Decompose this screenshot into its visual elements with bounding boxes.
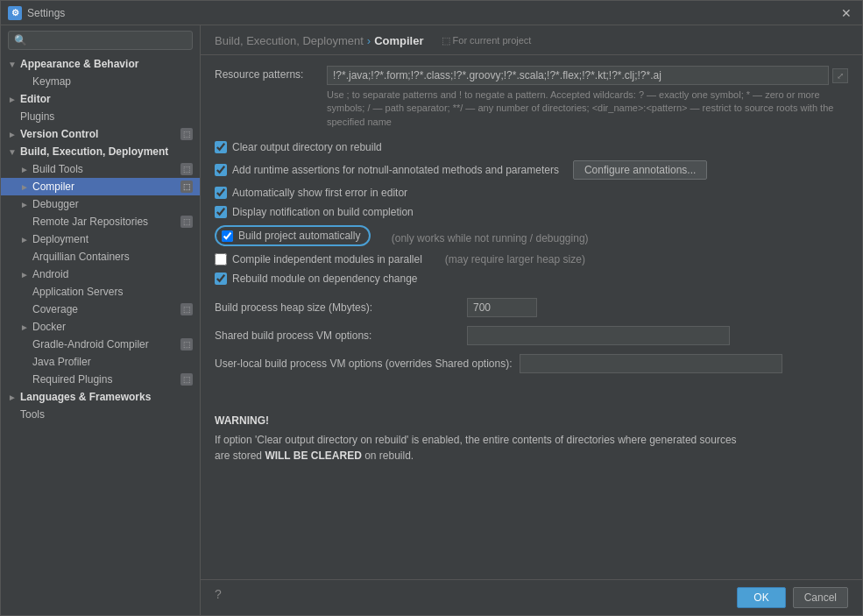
checkbox-clear-output: Clear output directory on rebuild xyxy=(215,138,848,157)
checkbox-build-auto-hint: (only works while not running / debuggin… xyxy=(392,232,589,244)
resource-input-wrap: ⤢ Use ; to separate patterns and ! to ne… xyxy=(327,66,848,129)
settings-body: Resource patterns: ⤢ Use ; to separate p… xyxy=(201,55,862,579)
breadcrumb-project-link[interactable]: ⬚ For current project xyxy=(442,35,532,46)
sidebar-item-languages[interactable]: ► Languages & Frameworks xyxy=(1,388,200,406)
sidebar-item-java-profiler[interactable]: Java Profiler xyxy=(1,353,200,371)
checkbox-compile-parallel: Compile independent modules in parallel … xyxy=(215,250,848,269)
arrow-icon: ▼ xyxy=(8,147,20,157)
checkbox-compile-parallel-hint: (may require larger heap size) xyxy=(445,253,585,266)
breadcrumb-current: Compiler xyxy=(374,34,423,47)
checkbox-compile-parallel-input[interactable] xyxy=(215,253,227,266)
sidebar-item-debugger[interactable]: ► Debugger xyxy=(1,195,200,213)
sidebar-item-label: Tools xyxy=(20,408,45,421)
sidebar-item-label: Docker xyxy=(32,321,66,333)
badge-icon: ⬚ xyxy=(180,181,193,193)
checkbox-compile-parallel-label: Compile independent modules in parallel xyxy=(232,253,422,266)
sidebar-item-label: Languages & Frameworks xyxy=(20,391,151,403)
sidebar-item-docker[interactable]: ► Docker xyxy=(1,318,200,336)
checkbox-show-error-label: Automatically show first error in editor xyxy=(232,187,407,199)
sidebar-item-label: Application Servers xyxy=(32,286,123,298)
sidebar-item-compiler[interactable]: ► Compiler ⬚ xyxy=(1,178,200,195)
sidebar-item-version-control[interactable]: ► Version Control ⬚ xyxy=(1,125,200,143)
search-input[interactable] xyxy=(31,34,187,46)
help-icon[interactable]: ? xyxy=(215,587,222,608)
field-shared-vm-input[interactable] xyxy=(467,326,730,345)
checkbox-clear-output-input[interactable] xyxy=(215,141,227,153)
sidebar-item-required-plugins[interactable]: Required Plugins ⬚ xyxy=(1,371,200,388)
checkbox-rebuild-dependency: Rebuild module on dependency change xyxy=(215,269,848,288)
sidebar-item-label: Build, Execution, Deployment xyxy=(20,145,168,158)
warning-title: WARNING! xyxy=(215,413,848,428)
sidebar-item-application-servers[interactable]: Application Servers xyxy=(1,283,200,301)
build-auto-highlighted: Build project automatically xyxy=(215,225,371,246)
checkbox-build-auto-label: Build project automatically xyxy=(238,230,360,242)
warning-text: If option 'Clear output directory on reb… xyxy=(215,432,848,464)
checkbox-runtime-assertions-label: Add runtime assertions for notnull-annot… xyxy=(232,164,559,176)
resource-patterns-help: Use ; to separate patterns and ! to nega… xyxy=(327,89,848,129)
sidebar-item-android[interactable]: ► Android xyxy=(1,266,200,283)
field-user-local-vm-input[interactable] xyxy=(520,354,782,373)
badge-icon: ⬚ xyxy=(180,338,193,350)
cancel-button[interactable]: Cancel xyxy=(793,587,848,608)
sidebar-item-keymap[interactable]: Keymap xyxy=(1,73,200,90)
field-heap-size-row: Build process heap size (Mbytes): xyxy=(215,294,848,322)
badge-icon: ⬚ xyxy=(180,303,193,315)
sidebar-item-plugins[interactable]: Plugins xyxy=(1,108,200,125)
sidebar-item-label: Appearance & Behavior xyxy=(20,58,138,70)
arrow-icon: ► xyxy=(20,182,32,192)
checkbox-runtime-assertions-input[interactable] xyxy=(215,164,227,176)
resource-patterns-row: Resource patterns: ⤢ Use ; to separate p… xyxy=(215,66,848,129)
badge-icon: ⬚ xyxy=(180,373,193,386)
ok-button[interactable]: OK xyxy=(737,587,785,608)
checkbox-build-auto-input[interactable] xyxy=(222,230,233,242)
sidebar-item-label: Deployment xyxy=(32,233,88,245)
arrow-icon: ► xyxy=(8,130,20,139)
sidebar-item-remote-jar[interactable]: Remote Jar Repositories ⬚ xyxy=(1,213,200,230)
resource-patterns-input[interactable] xyxy=(327,66,829,85)
search-box[interactable]: 🔍 xyxy=(8,31,193,50)
sidebar-item-build-execution[interactable]: ▼ Build, Execution, Deployment xyxy=(1,143,200,160)
arrow-icon: ► xyxy=(20,235,32,244)
sidebar-item-label: Remote Jar Repositories xyxy=(32,216,148,228)
sidebar-item-editor[interactable]: ► Editor xyxy=(1,90,200,108)
sidebar-item-appearance[interactable]: ▼ Appearance & Behavior xyxy=(1,55,200,73)
checkbox-rebuild-dependency-label: Rebuild module on dependency change xyxy=(232,273,418,285)
checkbox-rebuild-dependency-input[interactable] xyxy=(215,273,227,285)
sidebar-item-label: Coverage xyxy=(32,303,78,315)
sidebar-item-arquillian[interactable]: Arquillian Containers xyxy=(1,248,200,266)
expand-button[interactable]: ⤢ xyxy=(832,68,848,83)
checkbox-display-notification-input[interactable] xyxy=(215,206,227,218)
sidebar-item-label: Build Tools xyxy=(32,163,83,175)
sidebar-item-label: Debugger xyxy=(32,198,79,210)
field-user-local-vm-label: User-local build process VM options (ove… xyxy=(215,358,513,370)
breadcrumb: Build, Execution, Deployment › Compiler … xyxy=(201,25,862,55)
arrow-icon: ► xyxy=(20,200,32,209)
field-heap-size-input[interactable] xyxy=(467,298,537,317)
sidebar-item-build-tools[interactable]: ► Build Tools ⬚ xyxy=(1,160,200,178)
checkbox-show-error: Automatically show first error in editor xyxy=(215,183,848,202)
field-user-local-vm-row: User-local build process VM options (ove… xyxy=(215,350,848,378)
arrow-icon: ▼ xyxy=(8,60,20,69)
arrow-icon: ► xyxy=(20,165,32,174)
field-shared-vm-label: Shared build process VM options: xyxy=(215,329,460,342)
warning-box: WARNING! If option 'Clear output directo… xyxy=(215,413,848,464)
sidebar-item-coverage[interactable]: Coverage ⬚ xyxy=(1,301,200,318)
sidebar-item-deployment[interactable]: ► Deployment xyxy=(1,230,200,248)
checkbox-show-error-input[interactable] xyxy=(215,187,227,199)
breadcrumb-path: Build, Execution, Deployment xyxy=(215,34,364,47)
checkbox-display-notification: Display notification on build completion xyxy=(215,202,848,222)
settings-window: ⚙ Settings ✕ 🔍 ▼ Appearance & Behavior K… xyxy=(0,0,863,616)
sidebar-item-label: Keymap xyxy=(32,75,71,88)
badge-icon: ⬚ xyxy=(180,128,193,140)
configure-annotations-button[interactable]: Configure annotations... xyxy=(573,160,707,180)
badge-icon: ⬚ xyxy=(180,163,193,175)
arrow-icon: ► xyxy=(20,270,32,280)
sidebar-item-gradle-android[interactable]: Gradle-Android Compiler ⬚ xyxy=(1,336,200,353)
checkbox-runtime-assertions: Add runtime assertions for notnull-annot… xyxy=(215,157,848,183)
checkbox-build-auto-row: Build project automatically (only works … xyxy=(215,222,848,250)
sidebar-item-tools[interactable]: Tools xyxy=(1,406,200,423)
checkbox-clear-output-label: Clear output directory on rebuild xyxy=(232,141,382,153)
window-title: Settings xyxy=(27,7,65,19)
field-shared-vm-row: Shared build process VM options: xyxy=(215,322,848,350)
close-button[interactable]: ✕ xyxy=(838,6,855,20)
